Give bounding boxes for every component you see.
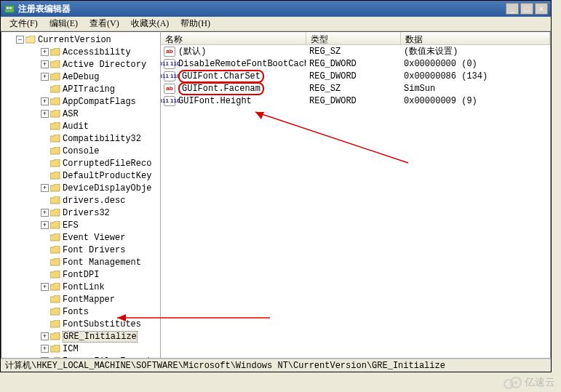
maximize-button[interactable]: □	[520, 3, 533, 15]
list-row[interactable]: abGUIFont.FacenamREG_SZSimSun	[161, 82, 550, 95]
watermark: 亿速云	[503, 376, 555, 389]
tree-item[interactable]: +AeDebug	[1, 71, 160, 83]
folder-icon	[50, 60, 60, 69]
tree-pane[interactable]: −CurrentVersion+Accessibility+Active Dir…	[1, 31, 161, 359]
tree-item[interactable]: Audit	[1, 120, 160, 132]
cell-name: ab(默认)	[161, 45, 306, 57]
tree-label: APITracing	[63, 84, 115, 95]
list-row[interactable]: 011 110GUIFont.HeightREG_DWORD0x00000009…	[161, 95, 550, 107]
cell-name: 011 110GUIFont.CharSet	[161, 70, 306, 83]
menu-favorites[interactable]: 收藏夹(A)	[125, 16, 175, 31]
expander-icon[interactable]: +	[41, 73, 49, 81]
tree-label: ICM	[63, 344, 79, 354]
expander-icon[interactable]: +	[41, 357, 49, 359]
expander-icon[interactable]: +	[41, 345, 49, 353]
col-header-type[interactable]: 类型	[306, 32, 401, 44]
expander-icon[interactable]: +	[41, 221, 49, 229]
minimize-button[interactable]: _	[506, 3, 519, 15]
tree-label: Console	[63, 146, 99, 156]
tree-item[interactable]: +FontLink	[1, 281, 160, 293]
expander-icon[interactable]: +	[41, 97, 49, 105]
tree-item[interactable]: Font Drivers	[1, 244, 160, 256]
list-row[interactable]: 011 110DisableRemoteFontBootCacheREG_DWO…	[161, 57, 550, 70]
tree-label: Event Viewer	[63, 233, 125, 243]
folder-icon	[50, 159, 60, 168]
folder-icon	[50, 73, 60, 81]
tree-item[interactable]: APITracing	[1, 83, 160, 95]
svg-line-3	[255, 112, 408, 163]
menu-edit[interactable]: 编辑(E)	[44, 16, 84, 31]
tree-item[interactable]: FontSubstitutes	[1, 318, 160, 330]
tree-label: DefaultProductKey	[63, 171, 151, 181]
tree-item[interactable]: Event Viewer	[1, 231, 160, 244]
close-button[interactable]: ×	[535, 3, 548, 15]
tree-item[interactable]: drivers.desc	[1, 194, 160, 207]
expander-icon[interactable]: +	[41, 332, 49, 340]
folder-icon	[50, 97, 60, 106]
tree-item[interactable]: +GRE_Initialize	[1, 330, 160, 343]
expander-icon[interactable]: +	[41, 283, 49, 291]
expander-icon[interactable]: +	[41, 60, 49, 68]
annotation-arrow-1	[234, 105, 415, 170]
tree-label: Compatibility32	[63, 134, 141, 144]
tree-label: FontSubstitutes	[63, 319, 141, 329]
cell-data: 0x00000086 (134)	[401, 71, 550, 81]
tree-label: Fonts	[63, 307, 89, 317]
tree-item[interactable]: +ICM	[1, 343, 160, 355]
tree-item[interactable]: +DeviceDisplayObje	[1, 182, 160, 194]
tree-item[interactable]: FontDPI	[1, 268, 160, 281]
folder-icon	[50, 85, 60, 94]
tree-label: CorruptedFileReco	[63, 159, 151, 169]
tree-label: Accessibility	[63, 47, 131, 57]
expander-icon[interactable]: −	[16, 36, 24, 44]
expander-icon[interactable]: +	[41, 209, 49, 217]
tree-item[interactable]: Compatibility32	[1, 132, 160, 145]
expander-icon[interactable]: +	[41, 48, 49, 56]
tree-item[interactable]: Console	[1, 145, 160, 157]
menu-bar: 文件(F) 编辑(E) 查看(V) 收藏夹(A) 帮助(H)	[1, 17, 551, 31]
tree-label: FontDPI	[63, 270, 99, 280]
tree-label: FontMapper	[63, 295, 115, 305]
folder-icon	[50, 110, 60, 119]
window-title: 注册表编辑器	[18, 3, 506, 15]
tree-item[interactable]: Font Management	[1, 256, 160, 268]
tree-item[interactable]: DefaultProductKey	[1, 169, 160, 182]
svg-rect-2	[9, 7, 12, 9]
list-row[interactable]: ab(默认)REG_SZ(数值未设置)	[161, 45, 550, 57]
tree-item[interactable]: +Active Directory	[1, 58, 160, 71]
menu-file[interactable]: 文件(F)	[4, 16, 44, 31]
tree-item[interactable]: +AppCompatFlags	[1, 95, 160, 108]
tree-item[interactable]: +EFS	[1, 219, 160, 231]
tree-item[interactable]: CorruptedFileReco	[1, 157, 160, 169]
col-header-name[interactable]: 名称	[161, 32, 306, 44]
tree-item[interactable]: +Drivers32	[1, 207, 160, 219]
cell-name: abGUIFont.Facenam	[161, 82, 306, 95]
expander-icon[interactable]: +	[41, 184, 49, 192]
cell-type: REG_SZ	[306, 84, 401, 94]
title-bar: 注册表编辑器 _ □ ×	[1, 1, 551, 17]
cell-name: 011 110DisableRemoteFontBootCache	[161, 59, 306, 69]
col-header-data[interactable]: 数据	[401, 32, 550, 44]
tree-label: Active Directory	[63, 60, 146, 70]
folder-icon	[50, 320, 60, 329]
cell-type: REG_DWORD	[306, 71, 401, 81]
list-row[interactable]: 011 110GUIFont.CharSetREG_DWORD0x0000008…	[161, 70, 550, 82]
tree-item[interactable]: +Image File Execut	[1, 355, 160, 359]
menu-view[interactable]: 查看(V)	[84, 16, 125, 31]
menu-help[interactable]: 帮助(H)	[175, 16, 216, 31]
tree-item-root[interactable]: −CurrentVersion	[1, 33, 160, 46]
list-pane[interactable]: 名称 类型 数据 ab(默认)REG_SZ(数值未设置)011 110Disab…	[161, 31, 551, 359]
folder-icon	[50, 271, 60, 279]
expander-icon[interactable]: +	[41, 110, 49, 118]
status-path: 计算机\HKEY_LOCAL_MACHINE\SOFTWARE\Microsof…	[5, 359, 445, 372]
cell-type: REG_DWORD	[306, 96, 401, 106]
tree-item[interactable]: +Accessibility	[1, 46, 160, 58]
cell-data: (数值未设置)	[401, 45, 550, 57]
tree-item[interactable]: Fonts	[1, 305, 160, 318]
tree-item[interactable]: +ASR	[1, 108, 160, 120]
svg-marker-4	[255, 112, 264, 119]
tree-item[interactable]: FontMapper	[1, 293, 160, 305]
tree-label: Drivers32	[63, 208, 110, 218]
tree-label: drivers.desc	[63, 196, 125, 206]
svg-rect-1	[7, 7, 9, 9]
